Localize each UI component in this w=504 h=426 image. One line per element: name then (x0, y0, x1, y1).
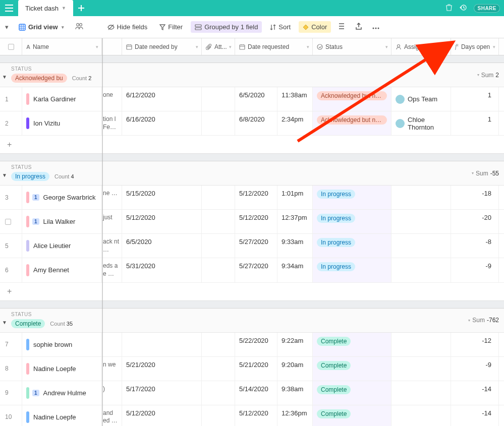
row-number[interactable]: 8 (0, 357, 22, 381)
days-open-cell[interactable]: -9 (451, 357, 499, 381)
add-tab-button[interactable] (73, 0, 89, 16)
assigned-cell[interactable]: Chloe Thornton (391, 111, 451, 135)
time-requested-cell[interactable]: 12:37pm (277, 210, 313, 233)
name-cell[interactable]: 1 George Swarbrick (22, 186, 102, 209)
group-summary[interactable]: ▾ Sum 2 (102, 72, 504, 79)
days-open-cell[interactable]: -8 (451, 234, 499, 258)
date-requested-cell[interactable]: 5/14/2020 (235, 381, 277, 405)
name-cell[interactable]: Ion Vizitu (22, 111, 102, 135)
date-requested-cell[interactable]: 5/12/2020 (235, 210, 277, 233)
add-record-button[interactable]: + (0, 283, 504, 301)
filter-button[interactable]: Filter (155, 21, 187, 33)
color-button[interactable]: Color (299, 21, 331, 33)
attachment-cell[interactable] (202, 381, 235, 405)
table-row[interactable]: 6 Amy Bennet eds a e … 5/31/2020 5/27/20… (0, 258, 504, 282)
time-requested-cell[interactable]: 9:33am (277, 234, 313, 258)
days-open-cell[interactable]: -18 (451, 186, 499, 209)
row-number[interactable]: 2 (0, 111, 22, 135)
column-header-name[interactable]: A Name▾ (22, 38, 102, 55)
attachment-cell[interactable] (202, 234, 235, 258)
select-all-checkbox[interactable] (0, 38, 22, 55)
status-cell[interactable]: Complete (313, 381, 391, 405)
days-open-cell[interactable]: -20 (451, 210, 499, 233)
row-number[interactable]: 5 (0, 234, 22, 258)
grid-view-button[interactable]: Grid view ▾ (15, 21, 68, 33)
column-header-date-needed[interactable]: Date needed by▾ (122, 38, 202, 55)
date-needed-cell[interactable]: 6/5/2020 (122, 234, 202, 258)
table-row[interactable]: 10 Nadine Loepfe and ed … 5/12/2020 5/12… (0, 405, 504, 426)
table-row[interactable]: 1 Karla Gardiner one 6/12/2020 6/5/2020 … (0, 87, 504, 111)
date-needed-cell[interactable]: 5/15/2020 (122, 186, 202, 209)
time-requested-cell[interactable]: 9:34am (277, 258, 313, 282)
date-needed-cell[interactable]: 5/12/2020 (122, 210, 202, 233)
date-needed-cell[interactable] (122, 333, 202, 356)
column-header-assigned[interactable]: Assigned to▾ (391, 38, 451, 55)
collapse-views-icon[interactable]: ▾ (5, 23, 9, 31)
name-cell[interactable]: Alice Lieutier (22, 234, 102, 258)
assigned-cell[interactable] (391, 357, 451, 381)
row-number[interactable]: 6 (0, 258, 22, 282)
row-number[interactable]: 10 (0, 405, 22, 426)
status-cell[interactable]: In progress (313, 234, 391, 258)
status-cell[interactable]: Acknowledged but not … (313, 111, 391, 135)
time-requested-cell[interactable]: 11:38am (277, 87, 313, 111)
days-open-cell[interactable]: 1 (451, 87, 499, 111)
name-cell[interactable]: 1 Lila Walker (22, 210, 102, 233)
date-requested-cell[interactable]: 6/5/2020 (235, 87, 277, 111)
days-open-cell[interactable]: -14 (451, 381, 499, 405)
attachment-cell[interactable] (202, 357, 235, 381)
assigned-cell[interactable] (391, 210, 451, 233)
date-needed-cell[interactable]: 6/12/2020 (122, 87, 202, 111)
date-requested-cell[interactable]: 5/22/2020 (235, 333, 277, 356)
group-summary[interactable]: ▾ Sum -762 (102, 317, 504, 324)
days-open-cell[interactable]: -12 (451, 333, 499, 356)
column-header-attachment[interactable]: Att...▾ (202, 38, 235, 55)
table-row[interactable]: 3 1 George Swarbrick ne … 5/15/2020 5/12… (0, 186, 504, 210)
collapse-group-icon[interactable]: ▼ (2, 320, 7, 325)
status-cell[interactable]: Complete (313, 333, 391, 356)
status-cell[interactable]: Acknowledged but not … (313, 87, 391, 111)
days-open-cell[interactable]: -14 (451, 405, 499, 426)
table-row[interactable]: 5 Alice Lieutier ack nt … 6/5/2020 5/27/… (0, 234, 504, 258)
date-needed-cell[interactable]: 5/21/2020 (122, 357, 202, 381)
status-cell[interactable]: In progress (313, 210, 391, 233)
collapse-group-icon[interactable]: ▼ (2, 74, 7, 80)
assigned-cell[interactable] (391, 405, 451, 426)
table-row[interactable]: 8 Nadine Loepfe n we 5/21/2020 5/21/2020… (0, 357, 504, 381)
table-row[interactable]: 7 sophie brown 5/22/2020 9:22am Complete… (0, 333, 504, 357)
date-requested-cell[interactable]: 6/8/2020 (235, 111, 277, 135)
attachment-cell[interactable] (202, 111, 235, 135)
name-cell[interactable]: Nadine Loepfe (22, 405, 102, 426)
row-number[interactable]: 9 (0, 381, 22, 405)
add-record-button[interactable]: + (0, 136, 504, 154)
date-requested-cell[interactable]: 5/27/2020 (235, 258, 277, 282)
assigned-cell[interactable] (391, 381, 451, 405)
date-needed-cell[interactable]: 6/16/2020 (122, 111, 202, 135)
assigned-cell[interactable] (391, 186, 451, 209)
table-row[interactable]: 2 Ion Vizitu tion l Fe… 6/16/2020 6/8/20… (0, 111, 504, 136)
attachment-cell[interactable] (202, 258, 235, 282)
row-number[interactable]: 7 (0, 333, 22, 356)
column-header-date-requested[interactable]: Date requested▾ (235, 38, 313, 55)
time-requested-cell[interactable]: 9:22am (277, 333, 313, 356)
share-button[interactable]: SHARE (474, 4, 500, 13)
name-cell[interactable]: Nadine Loepfe (22, 357, 102, 381)
attachment-cell[interactable] (202, 87, 235, 111)
group-button[interactable]: Grouped by 1 field (191, 21, 262, 33)
date-requested-cell[interactable]: 5/27/2020 (235, 234, 277, 258)
row-number[interactable]: 1 (0, 87, 22, 111)
row-height-icon[interactable] (335, 21, 348, 33)
days-open-cell[interactable]: 1 (451, 111, 499, 135)
status-cell[interactable]: In progress (313, 258, 391, 282)
status-cell[interactable]: Complete (313, 405, 391, 426)
sort-button[interactable]: Sort (266, 21, 295, 33)
date-needed-cell[interactable]: 5/31/2020 (122, 258, 202, 282)
date-requested-cell[interactable]: 5/21/2020 (235, 357, 277, 381)
time-requested-cell[interactable]: 9:38am (277, 381, 313, 405)
date-needed-cell[interactable]: 5/12/2020 (122, 405, 202, 426)
assigned-cell[interactable] (391, 258, 451, 282)
name-cell[interactable]: sophie brown (22, 333, 102, 356)
assigned-cell[interactable]: Ops Team (391, 87, 451, 111)
share-view-icon[interactable] (352, 21, 365, 33)
attachment-cell[interactable] (202, 405, 235, 426)
